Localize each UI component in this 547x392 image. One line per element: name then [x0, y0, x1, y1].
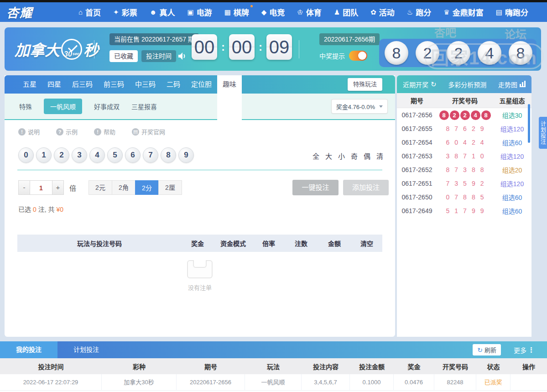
nav-item-label: 真人 [159, 6, 175, 18]
clock-30sec-icon: 30sec [61, 39, 82, 60]
sub-tab-2[interactable]: 好事成双 [94, 102, 120, 111]
refresh-button[interactable]: ↻ 刷新 [473, 344, 501, 355]
selected-prefix: 已选 [18, 206, 31, 213]
recent-tab-1[interactable]: 多彩分析预测 [448, 80, 486, 89]
recent-table-headers: 期号开奖号码五星组态 [397, 93, 531, 108]
site-logo[interactable]: 杏耀 [6, 3, 33, 21]
bet-records-headers: 投注时间彩种期号玩法投注内容投注金额奖金开奖号码状态操作 [0, 358, 547, 374]
help-link-3[interactable]: ▤开奖官网 [132, 127, 165, 136]
number-ball-3[interactable]: 3 [72, 147, 87, 163]
recent-tab-label: 近期开奖 [403, 80, 428, 89]
nav-item-chess-cards[interactable]: ▦棋牌 [224, 6, 249, 18]
game-tab-3[interactable]: 前三码 [98, 75, 130, 94]
multiplier-input[interactable]: 1 [30, 180, 52, 195]
recent-tab-0[interactable]: 近期开奖↻ [403, 80, 437, 89]
bet-records-header-1: 彩种 [102, 362, 177, 371]
amount-mode-3[interactable]: 2厘 [158, 180, 182, 195]
recent-table-rows: 0617-265682248组选300617-265587629组选120061… [397, 108, 531, 218]
quick-pick-3[interactable]: 奇 [351, 151, 358, 161]
number-ball-1[interactable]: 1 [36, 147, 52, 163]
slip-header-6[interactable]: 清空 [351, 239, 382, 248]
win-tip-toggle[interactable] [349, 51, 367, 61]
nav-item-home[interactable]: ⌂首页 [78, 6, 101, 18]
one-key-bet-button[interactable]: 一键投注 [292, 180, 339, 195]
game-tab-2[interactable]: 后三码 [67, 75, 98, 94]
help-link-1[interactable]: ?示例 [56, 127, 78, 136]
number-ball-4[interactable]: 4 [89, 147, 105, 163]
number-ball-0[interactable]: 0 [18, 147, 34, 163]
nav-item-hi-paofen[interactable]: ▤嗨跑分 [496, 6, 528, 18]
recent-draw-row: 0617-265587629组选120 [397, 122, 531, 136]
draw-digit: 0 [454, 139, 458, 146]
nav-item-sports[interactable]: ♔体育 [297, 6, 321, 18]
recent-tab-2[interactable]: 走势图 [498, 80, 526, 89]
draw-digit: 9 [472, 180, 475, 187]
nav-item-jinding-wealth[interactable]: ♛金鼎财富 [443, 6, 483, 18]
group-type-link[interactable]: 组选120 [493, 152, 531, 161]
draw-numbers: 60424 [437, 139, 493, 146]
number-ball-2[interactable]: 2 [54, 147, 69, 163]
group-type-link[interactable]: 组选60 [493, 138, 531, 147]
issue-number: 0617-2651 [397, 180, 437, 187]
quick-pick-5[interactable]: 清 [376, 151, 383, 161]
refresh-icon: ↻ [477, 346, 483, 354]
nav-item-egames[interactable]: ▣电游 [187, 6, 212, 18]
more-button[interactable]: 更多 ⋮ [514, 341, 535, 358]
chevron-down-icon [379, 105, 383, 108]
number-ball-9[interactable]: 9 [178, 147, 194, 163]
last-draw-numbers: 82248 [379, 39, 537, 67]
bonus-rate-select[interactable]: 奖金4.76-0.0% [331, 99, 388, 114]
sub-tab-3[interactable]: 三星报喜 [131, 102, 157, 111]
group-type-link[interactable]: 组选20 [493, 165, 531, 174]
group-type-link[interactable]: 组选60 [493, 206, 531, 215]
game-tab-0[interactable]: 五星 [17, 75, 42, 94]
trend-chart-icon [520, 81, 526, 87]
plan-bet-float-tab[interactable]: 计划投注 [539, 117, 547, 149]
scrollbar[interactable] [528, 104, 530, 143]
group-type-link[interactable]: 组选30 [493, 110, 531, 120]
game-tab-1[interactable]: 四星 [42, 75, 67, 94]
nav-item-lottery[interactable]: ✦彩票 [113, 6, 137, 18]
amount-mode-1[interactable]: 2角 [112, 180, 135, 195]
amount-mode-2[interactable]: 2分 [135, 180, 159, 195]
quick-pick-0[interactable]: 全 [313, 151, 319, 161]
multiplier-minus-button[interactable]: - [18, 180, 30, 195]
multiplier-plus-button[interactable]: + [52, 180, 64, 195]
countdown-colon [259, 41, 262, 53]
recent-draw-row: 0617-265682248组选30 [397, 108, 531, 122]
sub-tab-1[interactable]: 一帆风顺 [44, 99, 82, 114]
chess-cards-icon: ▦ [224, 8, 231, 16]
issue-number: 0617-2654 [397, 139, 437, 146]
group-type-link[interactable]: 组选120 [493, 124, 531, 133]
bottom-tab-1[interactable]: 计划投注 [57, 341, 115, 358]
game-tab-7[interactable]: 趣味 [217, 75, 242, 120]
number-ball-8[interactable]: 8 [161, 147, 176, 163]
nav-item-live-casino[interactable]: ☻真人 [150, 6, 175, 18]
help-link-2[interactable]: !帮助 [94, 127, 115, 136]
game-tab-4[interactable]: 中三码 [130, 75, 161, 94]
quick-pick-2[interactable]: 小 [338, 151, 345, 161]
quick-pick-4[interactable]: 偶 [364, 151, 370, 161]
game-tab-5[interactable]: 二码 [161, 75, 186, 94]
number-ball-7[interactable]: 7 [143, 147, 158, 163]
number-ball-6[interactable]: 6 [125, 147, 141, 163]
amount-mode-0[interactable]: 2元 [89, 180, 112, 195]
bottom-tab-0[interactable]: 我的投注 [0, 341, 57, 358]
nav-item-promotions[interactable]: ✿活动 [370, 6, 395, 18]
group-type-link[interactable]: 组选60 [493, 193, 531, 202]
nav-item-esports[interactable]: ◆电竞 [261, 6, 285, 18]
game-tab-6[interactable]: 定位胆 [186, 75, 217, 94]
cell-play: 一帆风顺 [245, 374, 302, 391]
nav-item-paofen[interactable]: ♨跑分 [407, 6, 431, 18]
special-play-button[interactable]: 特殊玩法 [348, 78, 382, 91]
sound-icon[interactable] [178, 52, 187, 60]
bet-time-badge[interactable]: 投注时间 [141, 50, 176, 62]
add-bet-button[interactable]: 添加投注 [343, 180, 389, 195]
help-link-0[interactable]: !说明 [18, 127, 40, 136]
group-type-link[interactable]: 组选120 [493, 179, 531, 188]
sub-tab-0[interactable]: 特殊 [19, 102, 32, 111]
quick-pick-1[interactable]: 大 [325, 151, 332, 161]
number-ball-5[interactable]: 5 [107, 147, 123, 163]
nav-item-team[interactable]: ♟团队 [334, 6, 358, 18]
favorite-badge[interactable]: 已收藏 [109, 50, 138, 62]
